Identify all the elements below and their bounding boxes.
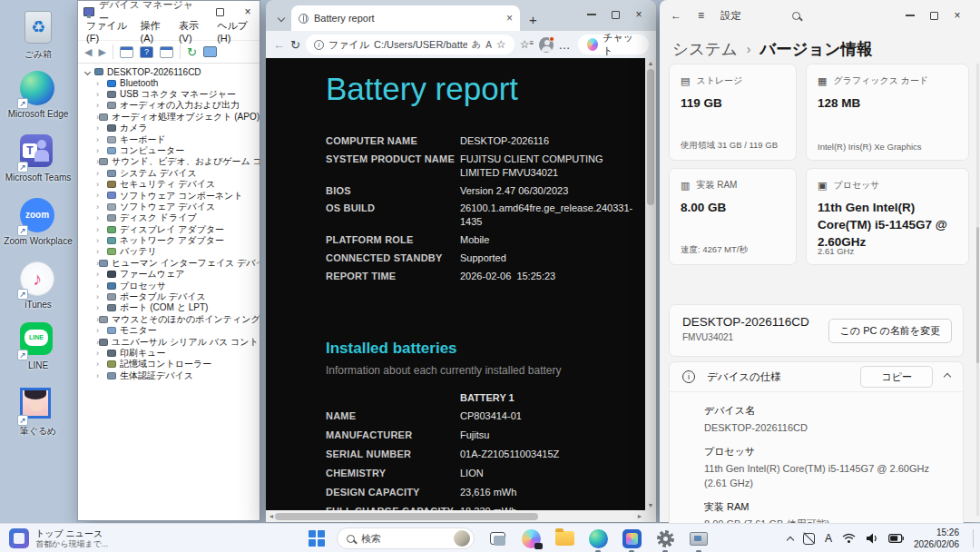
profile-avatar[interactable] — [539, 37, 554, 53]
pen-disabled-icon[interactable] — [803, 533, 815, 545]
tree-item[interactable]: › オーディオの入力および出力 — [78, 100, 260, 111]
help-icon[interactable]: ? — [140, 46, 153, 58]
desktop-icon-edge[interactable]: ↗ Microsoft Edge — [2, 71, 74, 120]
address-bar[interactable]: i ファイル C:/Users/USER/battery... あ A ☆ — [306, 34, 514, 54]
tree-item[interactable]: › 生体認証デバイス — [78, 370, 260, 381]
minimize-button[interactable] — [898, 0, 922, 31]
menu-item[interactable]: ファイル(F) — [86, 19, 128, 44]
tree-item[interactable]: › オーディオ処理オブジェクト (APO) — [78, 112, 260, 123]
close-button[interactable]: × — [946, 0, 969, 31]
start-button[interactable] — [309, 530, 325, 547]
computer-icon[interactable] — [203, 46, 217, 57]
expand-icon[interactable]: › — [96, 146, 107, 155]
vertical-scroll-thumb[interactable] — [647, 69, 654, 205]
volume-icon[interactable] — [866, 533, 878, 544]
scroll-down-icon[interactable]: ▼ — [645, 500, 656, 510]
close-button[interactable]: × — [627, 2, 651, 27]
desktop-icon-fudegurume[interactable]: ↗ 筆ぐるめ — [2, 385, 74, 437]
tree-item[interactable]: › ネットワーク アダプター — [78, 235, 260, 246]
device-manager-taskbar-button[interactable] — [688, 527, 710, 549]
tree-item[interactable]: › ディスク ドライブ — [78, 212, 260, 223]
expand-icon[interactable]: › — [96, 79, 107, 88]
tree-item[interactable]: › プロセッサ — [78, 280, 260, 291]
settings-scrollbar[interactable] — [976, 64, 979, 516]
photos-taskbar-button[interactable] — [621, 527, 642, 549]
search-icon[interactable] — [792, 12, 800, 20]
scroll-up-icon[interactable]: ▲ — [645, 58, 656, 68]
forward-icon[interactable]: ▶ — [98, 46, 105, 58]
desktop-icon-recycle-bin[interactable]: ♻ ごみ箱 — [2, 9, 74, 60]
expand-icon[interactable]: › — [96, 202, 107, 212]
tree-root[interactable]: DESKTOP-2026116CD — [78, 66, 260, 77]
tree-item[interactable]: › ユニバーサル シリアル バス コントローラー — [78, 336, 260, 347]
ime-mode-indicator[interactable]: A — [825, 532, 832, 545]
expand-icon[interactable]: › — [96, 180, 107, 189]
expand-icon[interactable]: › — [96, 326, 107, 335]
console-window-icon[interactable] — [120, 46, 133, 58]
expand-icon[interactable]: › — [96, 90, 107, 99]
favorites-hub-icon[interactable]: ☆≡ — [520, 38, 534, 51]
tree-item[interactable]: › サウンド、ビデオ、およびゲーム コントローラー — [78, 156, 260, 167]
tree-item[interactable]: › USB コネクタ マネージャー — [78, 89, 260, 100]
settings-taskbar-button[interactable] — [654, 527, 676, 549]
nav-menu-icon[interactable]: ≡ — [698, 9, 704, 22]
expand-icon[interactable]: › — [96, 371, 107, 380]
edge-taskbar-button[interactable] — [587, 527, 609, 549]
scan-hardware-icon[interactable]: ↻ — [187, 45, 197, 59]
expand-icon[interactable]: › — [96, 123, 107, 133]
back-icon[interactable]: ◀ — [84, 46, 92, 58]
rename-pc-button[interactable]: この PC の名前を変更 — [828, 319, 952, 343]
tree-item[interactable]: › モニター — [78, 325, 260, 336]
tab-search-icon[interactable] — [271, 5, 291, 31]
tree-item[interactable]: › Bluetooth — [78, 77, 260, 88]
back-icon[interactable]: ← — [273, 38, 285, 52]
tree-item[interactable]: › ポータブル デバイス — [78, 291, 260, 302]
tree-item[interactable]: › 記憶域コントローラー — [78, 359, 260, 370]
tree-item[interactable]: › キーボード — [78, 133, 260, 144]
tree-item[interactable]: › バッテリ — [78, 246, 260, 257]
translate-icon[interactable]: あ — [472, 38, 481, 51]
reload-icon[interactable]: ↻ — [290, 38, 300, 52]
file-explorer-button[interactable] — [554, 527, 575, 549]
expand-icon[interactable]: › — [96, 101, 107, 110]
back-icon[interactable]: ← — [671, 9, 681, 22]
properties-icon[interactable] — [160, 46, 173, 58]
expand-icon[interactable]: › — [96, 292, 107, 301]
wifi-icon[interactable] — [842, 533, 856, 544]
new-tab-button[interactable]: + — [529, 12, 537, 27]
desktop-icon-itunes[interactable]: ♪ ↗ iTunes — [2, 261, 74, 310]
expand-icon[interactable]: › — [96, 360, 107, 369]
expand-icon[interactable]: › — [96, 236, 107, 245]
tree-item[interactable]: › ソフトウェア コンポーネント — [78, 190, 260, 201]
horizontal-scrollbar[interactable]: ◄ ► — [266, 510, 645, 522]
expand-icon[interactable]: › — [96, 191, 107, 200]
tree-item[interactable]: › マウスとそのほかのポインティング デバイス — [78, 314, 260, 325]
menu-item[interactable]: 表示(V) — [179, 19, 204, 44]
expand-icon[interactable]: › — [96, 303, 107, 312]
tree-item[interactable]: › ディスプレイ アダプター — [78, 223, 260, 234]
widgets-button[interactable]: トップ ニュース 首都から現場まで... — [9, 524, 108, 552]
expand-icon[interactable]: › — [96, 213, 107, 222]
desktop-icon-teams[interactable]: T ↗ Microsoft Teams — [2, 134, 74, 183]
tree-item[interactable]: › ヒューマン インターフェイス デバイス — [78, 258, 260, 269]
read-aloud-icon[interactable]: A — [485, 40, 492, 50]
copilot-chat-button[interactable]: チャット — [578, 34, 649, 54]
file-info-icon[interactable]: i — [314, 40, 324, 50]
expand-icon[interactable]: › — [96, 135, 107, 144]
device-spec-header[interactable]: i デバイスの仕様 コピー — [670, 362, 963, 392]
copy-button[interactable]: コピー — [860, 366, 933, 388]
battery-icon[interactable] — [888, 534, 904, 543]
maximize-button[interactable] — [922, 0, 946, 31]
spec-card[interactable]: ▣ プロセッサ 11th Gen Intel(R) Core(TM) i5-11… — [806, 168, 969, 265]
expand-icon[interactable]: › — [96, 281, 107, 291]
vertical-scrollbar[interactable]: ▲ ▼ — [645, 58, 656, 510]
more-menu-icon[interactable]: … — [559, 38, 571, 52]
expand-icon[interactable]: › — [96, 270, 107, 279]
menu-item[interactable]: ヘルプ(H) — [217, 19, 251, 44]
copilot-button[interactable] — [520, 527, 542, 549]
tree-item[interactable]: › システム デバイス — [78, 168, 260, 179]
spec-card[interactable]: ▦ グラフィックス カード 128 MB Intel(R) Iris(R) Xe… — [806, 64, 969, 161]
show-desktop-button[interactable] — [973, 529, 976, 547]
expand-icon[interactable]: › — [96, 349, 107, 358]
collapse-icon[interactable] — [84, 69, 91, 75]
